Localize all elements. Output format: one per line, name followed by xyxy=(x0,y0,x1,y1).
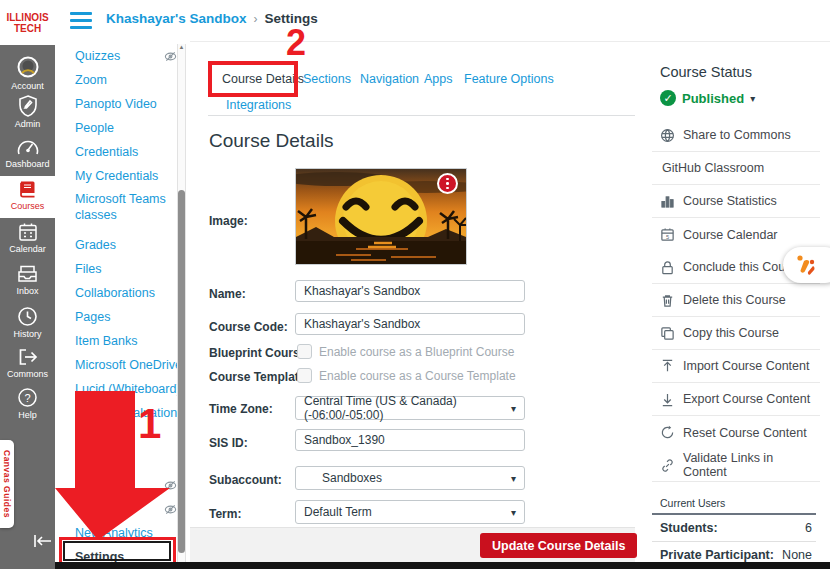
template-checkbox[interactable] xyxy=(297,368,312,383)
blueprint-checkbox-text: Enable course as a Blueprint Course xyxy=(319,345,514,359)
tab-integrations[interactable]: Integrations xyxy=(226,98,291,112)
lock-icon xyxy=(660,260,675,275)
calendar-icon xyxy=(18,222,38,242)
account-icon xyxy=(16,55,40,79)
course-nav-my-credentials[interactable]: My Credentials xyxy=(65,164,177,188)
reset-icon xyxy=(660,425,675,440)
github-classroom-button[interactable]: GitHub Classroom xyxy=(652,152,820,185)
course-nav-panopto-video[interactable]: Panopto Video xyxy=(65,92,177,116)
course-nav-pages[interactable]: Pages xyxy=(65,305,177,329)
upload-icon xyxy=(660,359,675,374)
annotation-step-2: 2 xyxy=(286,22,306,64)
breadcrumb-course-link[interactable]: Khashayar's Sandbox xyxy=(106,11,247,26)
hamburger-menu-icon[interactable] xyxy=(70,12,92,29)
validate-links-button[interactable]: Validate Links in Content xyxy=(652,449,820,482)
subaccount-select[interactable]: Sandboxes ▾ xyxy=(295,466,525,490)
course-statistics-button[interactable]: Course Statistics xyxy=(652,185,820,218)
term-select[interactable]: Default Term ▾ xyxy=(295,500,525,524)
global-nav-commons[interactable]: Commons xyxy=(0,344,55,382)
sis-id-input[interactable] xyxy=(295,429,525,451)
annotation-box-course-details-tab xyxy=(208,61,298,97)
bar-chart-icon xyxy=(660,194,675,209)
global-nav-courses[interactable]: Courses xyxy=(0,176,55,218)
clock-icon xyxy=(17,306,38,327)
global-nav-calendar[interactable]: Calendar xyxy=(0,219,55,257)
inbox-icon xyxy=(17,264,38,284)
scrollbar-thumb[interactable] xyxy=(178,190,185,553)
download-icon xyxy=(660,392,675,407)
copy-icon xyxy=(660,326,675,341)
reset-course-content-button[interactable]: Reset Course Content xyxy=(652,416,820,449)
template-checkbox-row: Enable course as a Course Template xyxy=(297,368,516,383)
course-nav-grades[interactable]: Grades xyxy=(65,233,177,257)
term-label: Term: xyxy=(209,507,241,521)
chevron-down-icon: ▾ xyxy=(511,473,516,484)
global-nav-account[interactable]: Account xyxy=(0,52,55,94)
blueprint-checkbox[interactable] xyxy=(297,344,312,359)
global-nav-dashboard[interactable]: Dashboard xyxy=(0,134,55,172)
published-status-button[interactable]: ✓ Published ▾ xyxy=(660,90,755,106)
tab-apps[interactable]: Apps xyxy=(424,72,453,86)
course-nav-microsoft-onedrive[interactable]: Microsoft OneDrive xyxy=(65,353,177,377)
name-label: Name: xyxy=(209,287,246,301)
export-course-content-button[interactable]: Export Course Content xyxy=(652,383,820,416)
subaccount-label: Subaccount: xyxy=(209,473,282,487)
svg-text:5: 5 xyxy=(666,234,669,240)
course-nav-microsoft-teams[interactable]: Microsoft Teams classes xyxy=(65,188,177,233)
global-nav-inbox[interactable]: Inbox xyxy=(0,261,55,299)
name-input[interactable] xyxy=(295,280,525,302)
impact-support-widget[interactable] xyxy=(783,247,830,283)
template-label: Course Template: xyxy=(209,370,309,384)
image-label: Image: xyxy=(209,214,248,228)
current-users-title: Current Users xyxy=(660,497,725,509)
trash-icon xyxy=(660,293,675,308)
global-nav-label: Commons xyxy=(7,369,48,379)
course-status-title: Course Status xyxy=(660,64,752,80)
illinois-tech-logo[interactable]: ILLINOIS TECH xyxy=(0,0,55,45)
course-code-input[interactable] xyxy=(295,313,525,335)
global-nav-label: Calendar xyxy=(9,244,46,254)
course-nav-quizzes[interactable]: Quizzes xyxy=(65,44,177,68)
tabs-divider xyxy=(208,115,635,116)
collapse-rail-icon[interactable] xyxy=(30,531,56,551)
global-nav-label: Account xyxy=(11,81,44,91)
course-nav-credentials[interactable]: Credentials xyxy=(65,140,177,164)
course-nav-collaborations[interactable]: Collaborations xyxy=(65,281,177,305)
copy-course-button[interactable]: Copy this Course xyxy=(652,317,820,350)
timezone-select[interactable]: Central Time (US & Canada) (-06:00/-05:0… xyxy=(295,396,525,420)
timezone-label: Time Zone: xyxy=(209,402,273,416)
share-to-commons-button[interactable]: Share to Commons xyxy=(652,119,820,152)
scrollbar-up-arrow[interactable]: ▲ xyxy=(177,44,186,50)
course-actions-list: Share to Commons GitHub Classroom Course… xyxy=(652,119,820,482)
tab-navigation[interactable]: Navigation xyxy=(360,72,419,86)
book-icon xyxy=(18,179,38,199)
students-label: Students: xyxy=(660,521,718,535)
breadcrumb-separator: › xyxy=(254,12,258,26)
private-participant-label: Private Participant: xyxy=(660,548,774,562)
impact-widget-icon xyxy=(792,252,818,278)
global-nav-history[interactable]: History xyxy=(0,303,55,342)
tab-feature-options[interactable]: Feature Options xyxy=(464,72,554,86)
delete-course-button[interactable]: Delete this Course xyxy=(652,284,820,317)
svg-text:?: ? xyxy=(24,392,30,404)
gauge-icon xyxy=(17,137,39,157)
course-nav-people[interactable]: People xyxy=(65,116,177,140)
course-calendar-button[interactable]: 5 Course Calendar xyxy=(652,218,820,251)
global-nav-label: Help xyxy=(18,410,37,420)
global-nav-label: Courses xyxy=(11,201,45,211)
course-nav-zoom[interactable]: Zoom xyxy=(65,68,177,92)
link-icon xyxy=(660,458,675,473)
tab-sections[interactable]: Sections xyxy=(303,72,351,86)
course-nav-files[interactable]: Files xyxy=(65,257,177,281)
image-options-kebab-button[interactable] xyxy=(437,173,458,194)
global-nav-help[interactable]: ? Help xyxy=(0,384,55,423)
course-nav-item-banks[interactable]: Item Banks xyxy=(65,329,177,353)
students-value: 6 xyxy=(805,521,812,535)
global-nav-admin[interactable]: Admin xyxy=(0,92,55,132)
shield-icon xyxy=(18,95,38,117)
import-course-content-button[interactable]: Import Course Content xyxy=(652,350,820,383)
canvas-guides-tab[interactable]: Canvas Guides xyxy=(0,440,14,528)
hidden-eye-icon xyxy=(164,50,177,63)
update-course-details-button[interactable]: Update Course Details xyxy=(480,533,637,558)
chevron-down-icon: ▾ xyxy=(511,403,516,414)
